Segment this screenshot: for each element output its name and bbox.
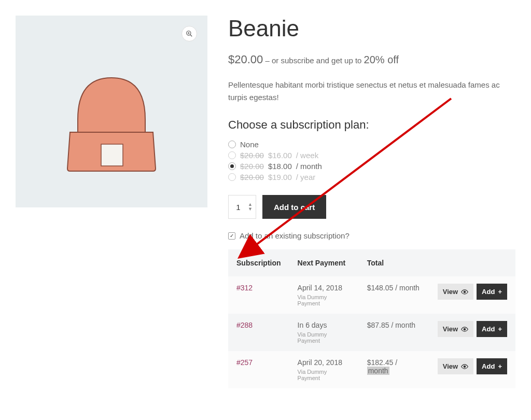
- product-description: Pellentesque habitant morbi tristique se…: [228, 79, 515, 104]
- subscription-link[interactable]: #288: [236, 321, 253, 329]
- plan-strike: $20.00: [240, 151, 264, 160]
- svg-point-7: [464, 366, 466, 368]
- plan-option-week[interactable]: $20.00 $16.00 / week: [228, 150, 515, 161]
- total-cell: $87.85 / month: [359, 314, 429, 351]
- checkbox-icon: ✓: [228, 232, 235, 240]
- plan-price: $18.00: [268, 162, 292, 171]
- add-button[interactable]: Add +: [477, 358, 507, 374]
- plan-option-month[interactable]: $20.00 $18.00 / month: [228, 161, 515, 172]
- existing-label: Add to an existing subscription?: [240, 231, 350, 240]
- subscription-link[interactable]: #312: [236, 284, 253, 292]
- svg-point-5: [464, 291, 466, 293]
- plan-strike: $20.00: [240, 173, 264, 181]
- radio-icon: [228, 162, 236, 170]
- product-title: Beanie: [228, 16, 515, 41]
- total-cell: $148.05 / month: [359, 276, 429, 314]
- radio-icon: [228, 141, 236, 148]
- svg-rect-4: [101, 144, 123, 166]
- svg-line-1: [190, 35, 192, 37]
- product-image-panel: [16, 16, 207, 388]
- subscription-link[interactable]: #257: [236, 358, 253, 367]
- th-next-payment: Next Payment: [289, 249, 359, 276]
- next-payment-cell: In 6 daysVia Dummy Payment: [289, 314, 359, 351]
- eye-icon: [461, 327, 468, 332]
- plan-strike: $20.00: [240, 162, 264, 171]
- th-total: Total: [359, 249, 429, 276]
- add-button[interactable]: Add +: [477, 321, 507, 337]
- eye-icon: [461, 289, 468, 295]
- table-row: #288In 6 daysVia Dummy Payment$87.85 / m…: [228, 314, 515, 351]
- zoom-icon[interactable]: [181, 26, 197, 41]
- th-subscription: Subscription: [228, 249, 289, 276]
- plan-unit: / year: [296, 173, 316, 181]
- total-cell: $182.45 / month: [359, 351, 429, 388]
- plus-icon: +: [498, 325, 502, 333]
- plus-icon: +: [498, 362, 502, 370]
- next-payment-cell: April 14, 2018Via Dummy Payment: [289, 276, 359, 314]
- plan-price: $19.00: [268, 173, 292, 181]
- th-actions: [429, 249, 515, 276]
- quantity-stepper[interactable]: 1 ▲ ▼: [228, 195, 256, 219]
- plan-price: $16.00: [268, 151, 292, 160]
- svg-point-6: [464, 328, 466, 330]
- existing-subscription-toggle[interactable]: ✓ Add to an existing subscription?: [228, 231, 515, 240]
- view-button[interactable]: View: [438, 321, 473, 337]
- quantity-value: 1: [232, 203, 245, 212]
- plan-option-none[interactable]: None: [228, 139, 515, 150]
- plan-unit: / month: [296, 162, 322, 171]
- product-price: $20.00: [228, 53, 263, 66]
- view-button[interactable]: View: [438, 358, 473, 374]
- beanie-illustration: [16, 16, 207, 207]
- subscribe-text: – or subscribe and get up to: [263, 56, 364, 65]
- table-row: #312April 14, 2018Via Dummy Payment$148.…: [228, 276, 515, 314]
- view-button[interactable]: View: [438, 284, 473, 300]
- next-payment-cell: April 20, 2018Via Dummy Payment: [289, 351, 359, 388]
- plan-unit: / week: [296, 151, 318, 160]
- discount-text: 20% off: [364, 54, 399, 65]
- plus-icon: +: [498, 288, 502, 296]
- add-button[interactable]: Add +: [477, 284, 507, 300]
- plan-option-year[interactable]: $20.00 $19.00 / year: [228, 172, 515, 183]
- plan-heading: Choose a subscription plan:: [228, 118, 515, 132]
- product-image[interactable]: [16, 16, 207, 207]
- eye-icon: [461, 364, 468, 369]
- add-to-cart-button[interactable]: Add to cart: [262, 195, 326, 219]
- plan-label: None: [240, 140, 259, 149]
- radio-icon: [228, 151, 236, 159]
- radio-icon: [228, 173, 236, 181]
- price-line: $20.00 – or subscribe and get up to 20% …: [228, 53, 515, 66]
- subscriptions-table: Subscription Next Payment Total #312Apri…: [228, 249, 515, 388]
- qty-down-icon[interactable]: ▼: [248, 207, 253, 212]
- subscription-plan-options: None $20.00 $16.00 / week $20.00 $18.00 …: [228, 139, 515, 183]
- table-row: #257April 20, 2018Via Dummy Payment$182.…: [228, 351, 515, 388]
